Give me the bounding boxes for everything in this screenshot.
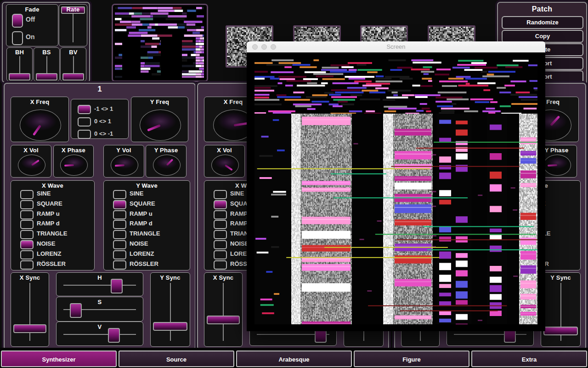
p2-x-sync-handle[interactable] bbox=[207, 316, 240, 324]
p1-x-wave-checkbox-lorenz[interactable] bbox=[20, 250, 34, 259]
p1-x-sync-handle[interactable] bbox=[13, 324, 46, 333]
p1-x-wave-option-sine: SINE bbox=[37, 190, 51, 197]
p1-y-sync-track bbox=[170, 283, 171, 341]
p2-x-wave-checkbox-ramp-d[interactable] bbox=[214, 220, 227, 229]
p1-x-freq-box: X Freq bbox=[11, 97, 69, 142]
p1-y-wave-checkbox-lorenz[interactable] bbox=[113, 250, 126, 259]
fade-on-button[interactable] bbox=[12, 31, 23, 45]
p1-x-wave-checkbox-sine[interactable] bbox=[20, 190, 34, 199]
p1-x-freq-knob[interactable] bbox=[20, 109, 61, 141]
p1-x-sync-label: X Sync bbox=[11, 274, 49, 281]
p1-y-wave-checkbox-triangle[interactable] bbox=[113, 230, 126, 239]
p2-x-sync-box: X Sync bbox=[204, 272, 243, 347]
bv-handle[interactable] bbox=[62, 73, 84, 80]
p2-x-wave-option-sine: SINE bbox=[230, 190, 244, 197]
p1-x-phase-knob[interactable] bbox=[60, 155, 88, 176]
p1-x-phase-needle bbox=[64, 164, 74, 167]
p1-x-wave-checkbox-square[interactable] bbox=[20, 200, 34, 209]
p1-x-wave-option-ramp-d: RAMP d bbox=[37, 220, 60, 227]
p2-x-wave-checkbox-noise[interactable] bbox=[214, 240, 227, 249]
p2-x-wave-checkbox-lorenz[interactable] bbox=[214, 250, 227, 259]
p2-x-sync-track bbox=[223, 283, 224, 341]
p1-x-wave-checkbox-triangle[interactable] bbox=[20, 230, 34, 239]
window-titlebar[interactable]: Screen bbox=[247, 41, 545, 52]
p2-x-wave-checkbox-sine[interactable] bbox=[214, 190, 227, 199]
p1-y-wave-checkbox-sine[interactable] bbox=[113, 190, 126, 199]
p1-x-vol-knob[interactable] bbox=[18, 155, 45, 176]
p1-y-freq-knob[interactable] bbox=[140, 109, 181, 141]
p2-x-wave-checkbox-triangle[interactable] bbox=[214, 230, 227, 239]
bs-handle[interactable] bbox=[36, 73, 57, 80]
p1-x-vol-label: X Vol bbox=[11, 147, 51, 154]
p1-v-handle[interactable] bbox=[108, 328, 120, 343]
bs-label: BS bbox=[34, 49, 59, 56]
p1-y-vol-label: Y Vol bbox=[104, 147, 144, 154]
p2-x-wave-checkbox-square[interactable] bbox=[214, 200, 227, 209]
p1-y-wave-box: Y WaveSINESQUARERAMP uRAMP dTRIANGLENOIS… bbox=[103, 180, 190, 270]
p2-x-sync-label: X Sync bbox=[204, 274, 242, 281]
randomize-button[interactable]: Randomize bbox=[502, 16, 583, 29]
p1-y-phase-knob[interactable] bbox=[153, 155, 181, 176]
tab-source[interactable]: Source bbox=[119, 351, 234, 367]
p2-x-vol-knob[interactable] bbox=[211, 155, 239, 176]
p2-x-wave-checkbox-r-ssler[interactable] bbox=[214, 260, 227, 270]
p1-x-wave-checkbox-noise[interactable] bbox=[20, 240, 34, 249]
bh-handle[interactable] bbox=[9, 73, 30, 80]
p1-x-freq-label: X Freq bbox=[11, 98, 68, 105]
fade-off-button[interactable] bbox=[12, 14, 23, 28]
p1-y-wave-checkbox-ramp-d[interactable] bbox=[113, 220, 126, 229]
p1-y-sync-handle[interactable] bbox=[153, 322, 187, 331]
p1-v-box: V bbox=[56, 322, 143, 346]
p1-x-wave-option-square: SQUARE bbox=[37, 200, 62, 207]
p1-x-phase-label: X Phase bbox=[54, 147, 93, 154]
p1-x-wave-checkbox-r-ssler[interactable] bbox=[20, 260, 34, 270]
p1-h-label: H bbox=[57, 274, 143, 281]
p1-y-phase-box: Y Phase bbox=[146, 145, 187, 178]
p3-y-phase-knob[interactable] bbox=[543, 155, 571, 176]
p1-range-checkbox-1[interactable] bbox=[78, 117, 91, 126]
p1-y-vol-knob[interactable] bbox=[111, 155, 138, 176]
p1-range-checkbox-2[interactable] bbox=[78, 130, 91, 139]
tab-bar: SynthesizerSourceArabesqueFigureExtra bbox=[0, 348, 588, 368]
p1-y-wave-checkbox-r-ssler[interactable] bbox=[113, 260, 126, 270]
bh-label: BH bbox=[7, 49, 32, 56]
p1-y-wave-option-noise: NOISE bbox=[130, 240, 148, 247]
p1-v-label: V bbox=[57, 323, 143, 330]
p1-x-wave-option-r-ssler: RÖSSLER bbox=[37, 260, 66, 267]
p1-range-option-1: 0 <> 1 bbox=[94, 118, 111, 125]
p1-range-box: -1 <> 10 <> 10 <> -1 bbox=[71, 99, 129, 139]
p1-h-handle[interactable] bbox=[111, 279, 123, 293]
copy-button[interactable]: Copy bbox=[502, 30, 583, 43]
p1-range-checkbox-0[interactable] bbox=[78, 105, 91, 114]
p1-x-wave-checkbox-ramp-u[interactable] bbox=[20, 210, 34, 219]
fade-on-label: On bbox=[26, 33, 34, 40]
window-title: Screen bbox=[247, 43, 545, 50]
p1-s-handle[interactable] bbox=[70, 303, 82, 318]
p1-y-freq-label: Y Freq bbox=[131, 98, 188, 105]
p1-y-wave-label: Y Wave bbox=[104, 182, 190, 189]
tab-synthesizer[interactable]: Synthesizer bbox=[1, 351, 117, 367]
tab-extra[interactable]: Extra bbox=[471, 351, 587, 367]
p3-y-sync-handle[interactable] bbox=[543, 327, 578, 335]
p1-range-option-2: 0 <> -1 bbox=[94, 130, 113, 137]
fade-box: Fade Off On bbox=[6, 4, 58, 46]
p1-x-vol-box: X Vol bbox=[11, 145, 51, 178]
p1-v-track bbox=[63, 334, 136, 335]
p1-x-freq-needle bbox=[33, 125, 41, 136]
tab-arabesque[interactable]: Arabesque bbox=[236, 351, 352, 367]
rate-label: Rate bbox=[59, 6, 87, 13]
p1-y-wave-checkbox-ramp-u[interactable] bbox=[113, 210, 126, 219]
p1-x-wave-box: X WaveSINESQUARERAMP uRAMP dTRIANGLENOIS… bbox=[11, 180, 95, 270]
p1-y-wave-checkbox-square[interactable] bbox=[113, 200, 126, 209]
p2-x-wave-checkbox-ramp-u[interactable] bbox=[214, 210, 227, 219]
p1-x-wave-checkbox-ramp-d[interactable] bbox=[20, 220, 34, 229]
p3-y-freq-needle bbox=[550, 115, 560, 126]
p1-y-wave-checkbox-noise[interactable] bbox=[113, 240, 126, 249]
p1-x-wave-label: X Wave bbox=[11, 182, 94, 189]
p1-s-box: S bbox=[56, 297, 143, 322]
p1-y-wave-option-r-ssler: RÖSSLER bbox=[130, 260, 158, 267]
fade-off-label: Off bbox=[26, 16, 35, 23]
tab-figure[interactable]: Figure bbox=[354, 351, 469, 367]
p1-y-vol-box: Y Vol bbox=[103, 145, 144, 178]
rate-slider: Rate bbox=[59, 4, 87, 46]
